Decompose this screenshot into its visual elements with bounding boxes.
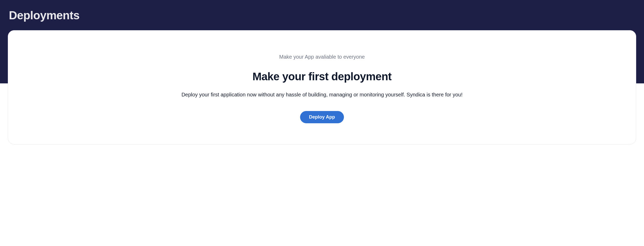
- empty-state-card: Make your App avaliable to everyone Make…: [8, 30, 636, 144]
- page-title: Deployments: [0, 0, 644, 22]
- card-description: Deploy your first application now withou…: [24, 91, 620, 99]
- card-subtitle: Make your App avaliable to everyone: [24, 54, 620, 60]
- deploy-app-button[interactable]: Deploy App: [300, 111, 344, 123]
- card-heading: Make your first deployment: [24, 70, 620, 83]
